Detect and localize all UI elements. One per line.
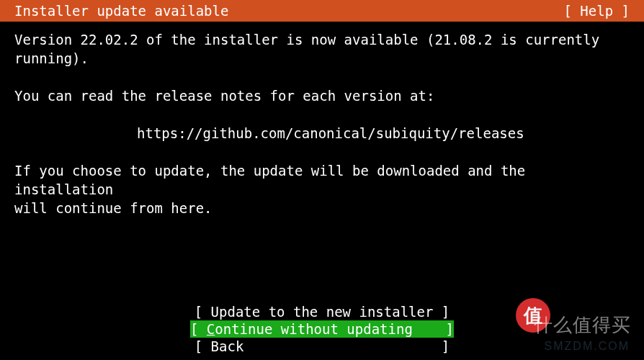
update-button[interactable]: [ Update to the new installer ] — [194, 303, 450, 320]
text-line: Version 22.02.2 of the installer is now … — [14, 32, 599, 48]
header-bar: Installer update available [ Help ] — [0, 0, 644, 22]
text-line: will continue from here. — [14, 200, 213, 216]
help-button[interactable]: [ Help ] — [563, 1, 630, 20]
update-info: If you choose to update, the update will… — [14, 161, 630, 217]
main-content: Version 22.02.2 of the installer is now … — [0, 22, 644, 245]
hotkey-char: C — [207, 321, 215, 337]
release-notes-url: https://github.com/canonical/subiquity/r… — [14, 124, 630, 143]
text-line: If you choose to update, the update will… — [14, 163, 534, 197]
release-notes-intro: You can read the release notes for each … — [14, 86, 630, 105]
version-info: Version 22.02.2 of the installer is now … — [14, 30, 630, 68]
text-line: running). — [14, 50, 89, 66]
watermark-text: SMZDM.COM — [545, 337, 630, 356]
watermark-cn-text: 什么值得买 — [534, 315, 631, 334]
page-title: Installer update available — [14, 1, 228, 20]
continue-button[interactable]: [ Continue without updating ] — [190, 320, 454, 338]
back-button[interactable]: [ Back ] — [194, 338, 450, 355]
